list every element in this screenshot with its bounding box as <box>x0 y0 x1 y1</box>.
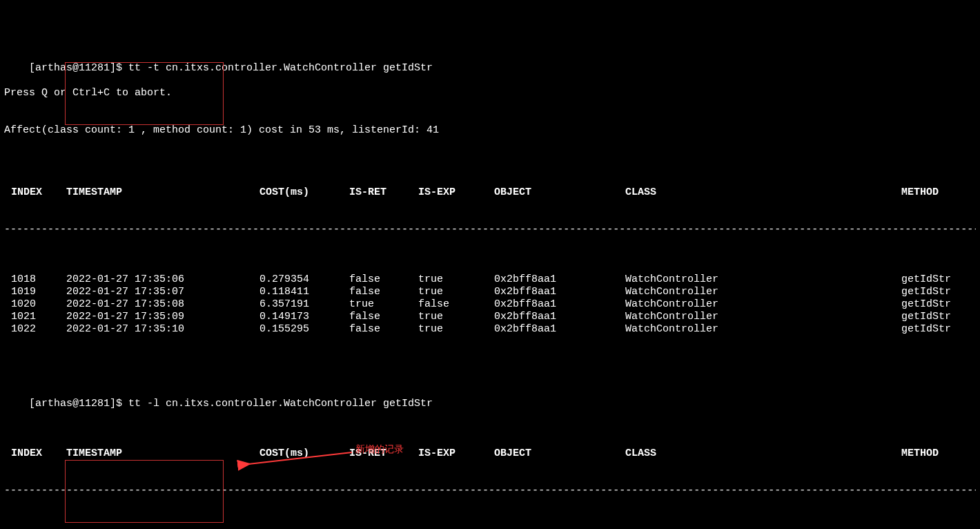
cell-index: 1019 <box>4 286 66 298</box>
cell-object: 0x2bff8aa1 <box>494 273 625 286</box>
table-row: 10212022-01-27 17:35:090.149173falsetrue… <box>4 311 976 323</box>
cell-index: 1022 <box>4 323 66 336</box>
cell-cost: 0.155295 <box>259 323 349 336</box>
cell-timestamp: 2022-01-27 17:35:09 <box>66 311 259 323</box>
cell-cost: 0.279354 <box>259 273 349 286</box>
cell-object: 0x2bff8aa1 <box>494 323 625 336</box>
cell-class: WatchController <box>625 273 901 286</box>
col-timestamp: TIMESTAMP <box>66 448 259 460</box>
cell-isret: false <box>349 273 418 286</box>
cell-isret: false <box>349 286 418 298</box>
col-cost: COST(ms) <box>259 186 349 199</box>
abort-hint: Press Q or Ctrl+C to abort. <box>4 87 976 99</box>
table-header: INDEX TIMESTAMP COST(ms) IS-RET IS-EXP O… <box>4 186 976 199</box>
cell-isret: false <box>349 323 418 336</box>
col-method: METHOD <box>901 186 976 199</box>
cell-index: 1018 <box>4 273 66 286</box>
col-isexp: IS-EXP <box>418 186 494 199</box>
annotation-layer: 新增的记录 <box>0 0 25 50</box>
cell-object: 0x2bff8aa1 <box>494 298 625 311</box>
separator: ----------------------------------------… <box>4 224 976 236</box>
cell-cost: 0.118411 <box>259 286 349 298</box>
cell-timestamp: 2022-01-27 17:35:10 <box>66 323 259 336</box>
col-index: INDEX <box>4 186 66 199</box>
cell-method: getIdStr <box>901 273 976 286</box>
cell-isexp: true <box>418 311 494 323</box>
cell-method: getIdStr <box>901 286 976 298</box>
cell-method: getIdStr <box>901 298 976 311</box>
col-isexp: IS-EXP <box>418 448 494 460</box>
cell-isret: false <box>349 311 418 323</box>
cell-cost: 6.357191 <box>259 298 349 311</box>
command-text: tt -t cn.itxs.controller.WatchController… <box>128 62 433 74</box>
table-row: 10202022-01-27 17:35:086.357191truefalse… <box>4 298 976 311</box>
col-object: OBJECT <box>494 186 625 199</box>
table-header: INDEX TIMESTAMP COST(ms) IS-RET IS-EXP O… <box>4 448 976 460</box>
col-cost: COST(ms) <box>259 448 349 460</box>
cell-class: WatchController <box>625 298 901 311</box>
cell-class: WatchController <box>625 311 901 323</box>
table-row: 10222022-01-27 17:35:100.155295falsetrue… <box>4 323 976 336</box>
cell-isexp: true <box>418 286 494 298</box>
col-timestamp: TIMESTAMP <box>66 186 259 199</box>
col-index: INDEX <box>4 448 66 460</box>
cell-index: 1021 <box>4 311 66 323</box>
command-line-tt-t: [arthas@11281]$ tt -t cn.itxs.controller… <box>4 50 976 62</box>
col-isret: IS-RET <box>349 448 418 460</box>
cell-cost: 0.149173 <box>259 311 349 323</box>
cell-timestamp: 2022-01-27 17:35:06 <box>66 273 259 286</box>
terminal-output[interactable]: [arthas@11281]$ tt -t cn.itxs.controller… <box>0 0 980 529</box>
table-row: 10192022-01-27 17:35:070.118411falsetrue… <box>4 286 976 298</box>
prompt-prefix: [arthas@11281]$ <box>29 398 128 410</box>
cell-isexp: true <box>418 323 494 336</box>
col-isret: IS-RET <box>349 186 418 199</box>
table-row: 10182022-01-27 17:35:060.279354falsetrue… <box>4 273 976 286</box>
cell-method: getIdStr <box>901 323 976 336</box>
separator: ----------------------------------------… <box>4 485 976 497</box>
col-method: METHOD <box>901 448 976 460</box>
affect-line: Affect(class count: 1 , method count: 1)… <box>4 124 976 137</box>
command-text: tt -l cn.itxs.controller.WatchController… <box>128 398 433 410</box>
cell-method: getIdStr <box>901 311 976 323</box>
cell-isret: true <box>349 298 418 311</box>
cell-index: 1020 <box>4 298 66 311</box>
col-class: CLASS <box>625 448 901 460</box>
cell-object: 0x2bff8aa1 <box>494 311 625 323</box>
command-line-tt-l: [arthas@11281]$ tt -l cn.itxs.controller… <box>4 385 976 398</box>
cell-object: 0x2bff8aa1 <box>494 286 625 298</box>
cell-isexp: false <box>418 298 494 311</box>
cell-timestamp: 2022-01-27 17:35:07 <box>66 286 259 298</box>
col-class: CLASS <box>625 186 901 199</box>
cell-isexp: true <box>418 273 494 286</box>
prompt-prefix: [arthas@11281]$ <box>29 62 128 74</box>
cell-class: WatchController <box>625 323 901 336</box>
col-object: OBJECT <box>494 448 625 460</box>
cell-class: WatchController <box>625 286 901 298</box>
cell-timestamp: 2022-01-27 17:35:08 <box>66 298 259 311</box>
